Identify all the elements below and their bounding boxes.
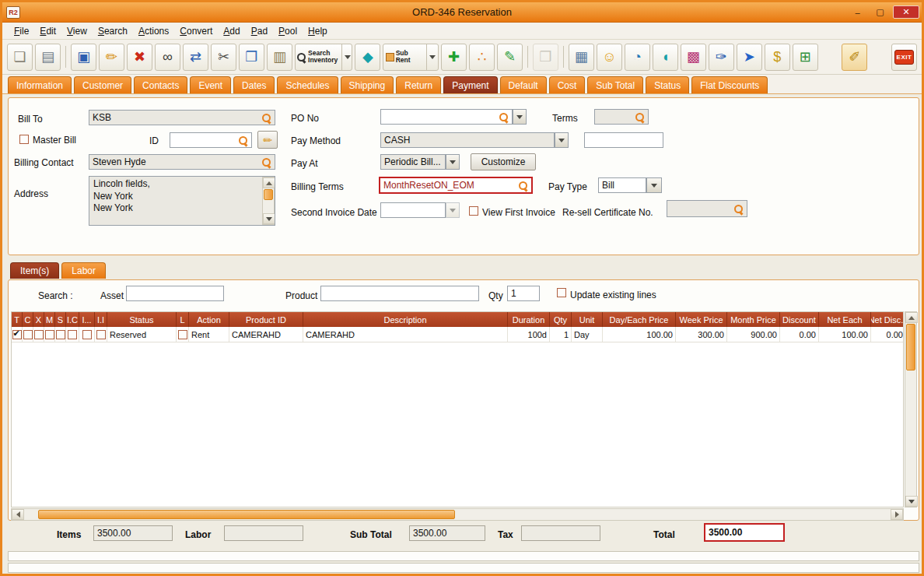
- items-tab-item-s[interactable]: Item(s): [10, 262, 59, 279]
- search-icon[interactable]: [635, 112, 645, 122]
- column-header-net-disc[interactable]: Net Disc...: [871, 312, 904, 327]
- gem-icon[interactable]: ◆: [355, 44, 380, 71]
- row-checkbox-t[interactable]: [12, 330, 22, 339]
- table-vertical-scrollbar[interactable]: [905, 311, 917, 508]
- smiley-icon[interactable]: ☺: [597, 44, 622, 71]
- save-icon[interactable]: ▣: [71, 44, 96, 71]
- edit-pencil-icon[interactable]: ✏: [99, 44, 124, 71]
- maximize-button[interactable]: ▢: [870, 5, 890, 19]
- tab-information[interactable]: Information: [8, 76, 72, 93]
- add-icon[interactable]: ✚: [441, 44, 467, 71]
- po-no-field[interactable]: [380, 109, 513, 125]
- delete-icon[interactable]: ✖: [127, 44, 152, 71]
- menu-pad[interactable]: Pad: [246, 24, 273, 38]
- scroll-up-icon[interactable]: [263, 177, 275, 188]
- tab-default[interactable]: Default: [500, 76, 547, 93]
- column-header-t[interactable]: T: [12, 312, 23, 327]
- column-header-product-id[interactable]: Product ID: [229, 312, 303, 327]
- tab-sub-total[interactable]: Sub Total: [587, 76, 643, 93]
- column-header-net-each[interactable]: Net Each: [819, 312, 871, 327]
- menu-file[interactable]: File: [9, 24, 34, 38]
- pay-method-field[interactable]: CASH: [380, 132, 555, 148]
- row-checkbox-l[interactable]: [178, 330, 187, 339]
- tab-status[interactable]: Status: [646, 76, 689, 93]
- resell-certificate-field[interactable]: [667, 200, 747, 217]
- notepad-icon[interactable]: ✑: [709, 44, 734, 71]
- menu-search[interactable]: Search: [93, 24, 133, 38]
- copy-icon[interactable]: ❐: [239, 44, 264, 71]
- search-icon[interactable]: [499, 112, 509, 122]
- row-checkbox-c[interactable]: [23, 330, 33, 339]
- update-existing-lines-checkbox[interactable]: [557, 288, 566, 297]
- column-header-status[interactable]: Status: [107, 312, 177, 327]
- column-header-i-c[interactable]: I.C: [66, 312, 79, 327]
- search-inventory-button[interactable]: SearchInventory: [295, 44, 352, 71]
- view-first-invoice-checkbox[interactable]: [469, 206, 478, 216]
- second-invoice-date-field[interactable]: [380, 202, 446, 218]
- terms-field[interactable]: [594, 109, 649, 125]
- column-header-week-price[interactable]: Week Price: [676, 312, 727, 327]
- new-document-icon[interactable]: ❏: [7, 44, 33, 71]
- scroll-right-icon[interactable]: [891, 509, 903, 520]
- magic-wand-icon[interactable]: ✐: [842, 44, 867, 71]
- column-header-day-each-price[interactable]: Day/Each Price: [603, 312, 676, 327]
- dropdown-arrow-icon[interactable]: [426, 44, 436, 70]
- column-header-m[interactable]: M: [44, 312, 55, 327]
- menu-help[interactable]: Help: [303, 24, 333, 38]
- workstation-icon[interactable]: ▦: [569, 44, 594, 71]
- menu-edit[interactable]: Edit: [34, 24, 61, 38]
- coins-icon[interactable]: $: [765, 44, 790, 71]
- billing-terms-field[interactable]: MonthResetON_EOM: [379, 177, 533, 194]
- pay-type-field[interactable]: Bill: [598, 177, 646, 193]
- pay-at-dropdown[interactable]: [446, 154, 460, 170]
- column-header-description[interactable]: Description: [303, 312, 508, 327]
- row-checkbox-i[interactable]: [82, 330, 92, 339]
- bill-to-field[interactable]: KSB: [89, 110, 275, 125]
- memo-icon[interactable]: ✎: [497, 44, 523, 71]
- column-header-duration[interactable]: Duration: [508, 312, 550, 327]
- edit-id-button[interactable]: ✏: [257, 131, 278, 149]
- column-header-unit[interactable]: Unit: [572, 312, 603, 327]
- customize-button[interactable]: Customize: [471, 153, 536, 170]
- qty-input[interactable]: 1: [507, 286, 540, 301]
- close-button[interactable]: ✕: [893, 5, 919, 19]
- stack-icon[interactable]: ❒: [533, 44, 558, 71]
- menu-add[interactable]: Add: [218, 24, 245, 38]
- menu-actions[interactable]: Actions: [133, 24, 174, 38]
- column-header-x[interactable]: X: [33, 312, 44, 327]
- scroll-left-icon[interactable]: [12, 509, 24, 520]
- product-input[interactable]: [320, 286, 479, 301]
- search-icon[interactable]: [261, 157, 271, 167]
- group-icon[interactable]: ∴: [469, 44, 495, 71]
- find-binoculars-icon[interactable]: ∞: [155, 44, 180, 71]
- table-horizontal-scrollbar[interactable]: [11, 508, 904, 521]
- convert-document-icon[interactable]: ⇄: [183, 44, 208, 71]
- search-icon[interactable]: [518, 181, 528, 191]
- id-field[interactable]: [170, 132, 252, 148]
- tab-schedules[interactable]: Schedules: [277, 76, 338, 93]
- cart-icon[interactable]: ⊞: [793, 44, 818, 71]
- column-header-month-price[interactable]: Month Price: [727, 312, 780, 327]
- tab-flat-discounts[interactable]: Flat Discounts: [691, 76, 768, 93]
- column-header-discount[interactable]: Discount: [780, 312, 819, 327]
- address-field[interactable]: Lincoln fields, New York New York: [89, 176, 275, 226]
- tab-payment[interactable]: Payment: [443, 76, 497, 93]
- search-icon[interactable]: [238, 135, 248, 146]
- column-header-qty[interactable]: Qty: [550, 312, 572, 327]
- tab-shipping[interactable]: Shipping: [341, 76, 394, 93]
- minimize-button[interactable]: –: [848, 5, 867, 19]
- row-checkbox-m[interactable]: [45, 330, 54, 339]
- items-tab-labor[interactable]: Labor: [61, 262, 106, 279]
- tab-return[interactable]: Return: [396, 76, 441, 93]
- row-checkbox-s[interactable]: [56, 330, 65, 339]
- tab-customer[interactable]: Customer: [74, 76, 131, 93]
- second-invoice-date-dropdown[interactable]: [446, 202, 460, 218]
- tab-event[interactable]: Event: [190, 76, 231, 93]
- row-checkbox-i-c[interactable]: [68, 330, 77, 339]
- pay-method-dropdown[interactable]: [555, 132, 569, 148]
- pay-type-dropdown[interactable]: [646, 177, 662, 193]
- pay-at-field[interactable]: Periodic Bill...: [380, 154, 446, 170]
- scroll-down-icon[interactable]: [905, 496, 918, 507]
- exit-button[interactable]: EXIT: [891, 44, 917, 71]
- menu-view[interactable]: View: [61, 24, 93, 38]
